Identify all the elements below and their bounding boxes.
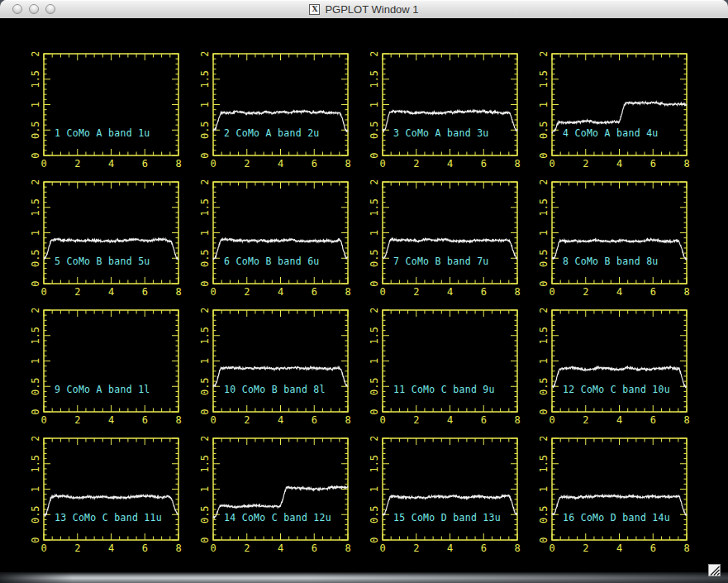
y-tick-label: 1.5 (30, 327, 41, 345)
x-tick-label: 2 (413, 414, 419, 426)
y-tick-label: 1.5 (369, 327, 380, 345)
y-tick-label: 1.5 (369, 198, 380, 217)
y-tick-label: 2 (538, 308, 550, 313)
resize-grip[interactable] (708, 564, 721, 576)
y-tick-label: 0.5 (538, 505, 550, 523)
x-tick-label: 0 (549, 414, 554, 426)
y-tick-label: 1 (538, 102, 550, 108)
plot-label: 2 CoMo A band 2u (224, 127, 320, 139)
plot-box (213, 54, 348, 155)
x-tick-label: 8 (683, 542, 689, 554)
plot-label: 10 CoMo B band 8l (224, 384, 326, 395)
y-tick-label: 2 (30, 308, 41, 313)
x-tick-label: 2 (413, 158, 419, 170)
y-tick-label: 2 (369, 308, 380, 313)
axis-ticks (383, 182, 517, 284)
plot-label: 13 CoMo C band 11u (55, 512, 162, 523)
y-tick-label: 1 (538, 230, 550, 236)
x-tick-label: 4 (447, 158, 453, 170)
x-tick-label: 6 (142, 286, 148, 298)
subplot-9: 0246800.511.529 CoMo A band 1l (26, 308, 196, 437)
axis-ticks (383, 310, 517, 412)
y-tick-label: 1 (30, 102, 41, 108)
axis-ticks (44, 54, 178, 155)
y-tick-label: 1.5 (199, 198, 211, 217)
y-tick-label: 1 (199, 358, 211, 364)
y-tick-label: 1.5 (30, 70, 41, 88)
subplot-5: 0246800.511.525 CoMo B band 5u (26, 180, 196, 308)
x-tick-label: 2 (413, 286, 419, 298)
x-tick-label: 4 (108, 158, 114, 170)
y-tick-label: 0.5 (199, 249, 211, 267)
y-tick-label: 1.5 (199, 455, 211, 473)
x-tick-label: 0 (210, 414, 216, 426)
axis-ticks (383, 54, 517, 155)
plot-box (552, 310, 687, 412)
y-tick-label: 0 (199, 152, 211, 158)
y-tick-label: 0 (199, 280, 211, 286)
x-tick-label: 6 (650, 414, 656, 426)
y-tick-label: 0 (538, 409, 550, 414)
y-tick-label: 2 (30, 180, 41, 185)
y-tick-label: 2 (199, 180, 211, 185)
plot-box (383, 438, 517, 540)
y-tick-label: 0.5 (199, 377, 211, 395)
y-tick-label: 1 (30, 358, 41, 364)
x-tick-label: 6 (481, 158, 487, 170)
axis-ticks (44, 438, 178, 540)
y-tick-label: 0 (369, 409, 380, 414)
y-tick-label: 0.5 (30, 505, 41, 523)
x-tick-label: 6 (312, 158, 317, 170)
y-tick-label: 1.5 (369, 70, 380, 88)
x-tick-label: 0 (549, 158, 554, 170)
x-tick-label: 8 (175, 542, 181, 554)
y-tick-label: 1 (199, 486, 211, 492)
axis-ticks (213, 54, 348, 155)
subplot-1: 0246800.511.521 CoMo A band 1u (26, 52, 196, 180)
y-tick-label: 0.5 (199, 505, 211, 523)
y-tick-label: 2 (199, 52, 211, 57)
y-tick-label: 0 (369, 280, 380, 286)
y-tick-label: 0 (538, 280, 550, 286)
axis-ticks (552, 438, 687, 540)
y-tick-label: 1 (369, 358, 380, 364)
subplot-14: 0246800.511.5214 CoMo C band 12u (196, 437, 365, 565)
plot-box (383, 182, 517, 284)
x-tick-label: 4 (616, 286, 622, 298)
x-tick-label: 2 (583, 414, 588, 426)
axis-ticks (383, 438, 517, 540)
x-tick-label: 6 (142, 414, 148, 426)
y-tick-label: 2 (30, 437, 41, 442)
x-tick-label: 2 (244, 414, 250, 426)
window-titlebar[interactable]: X PGPLOT Window 1 (0, 0, 728, 19)
axis-ticks (552, 182, 687, 284)
x-tick-label: 0 (379, 286, 385, 298)
subplot-15: 0246800.511.5215 CoMo D band 13u (365, 437, 535, 565)
y-tick-label: 2 (199, 308, 211, 313)
plot-label: 5 CoMo B band 5u (55, 256, 150, 267)
y-tick-label: 1 (199, 102, 211, 108)
y-tick-label: 1 (199, 230, 211, 236)
y-tick-label: 1.5 (199, 327, 211, 345)
y-tick-label: 0.5 (369, 505, 380, 523)
x-tick-label: 8 (345, 542, 350, 554)
y-tick-label: 0 (538, 537, 550, 542)
plot-grid: 0246800.511.521 CoMo A band 1u0246800.51… (0, 18, 728, 572)
x-tick-label: 8 (514, 542, 520, 554)
x-tick-label: 8 (345, 414, 350, 426)
y-tick-label: 0.5 (538, 121, 550, 139)
x-tick-label: 0 (40, 158, 46, 170)
subplot-12: 0246800.511.5212 CoMo C band 10u (535, 308, 704, 437)
plot-label: 15 CoMo D band 13u (393, 512, 501, 523)
y-tick-label: 1.5 (538, 198, 550, 217)
x-tick-label: 2 (244, 542, 250, 554)
x-tick-label: 6 (312, 542, 317, 554)
y-tick-label: 2 (369, 180, 380, 185)
plot-box (552, 438, 687, 540)
y-tick-label: 0 (30, 537, 41, 542)
x-tick-label: 0 (379, 414, 385, 426)
x-tick-label: 4 (278, 158, 283, 170)
x-tick-label: 6 (481, 414, 487, 426)
axis-ticks (552, 310, 687, 412)
x-tick-label: 4 (108, 542, 114, 554)
